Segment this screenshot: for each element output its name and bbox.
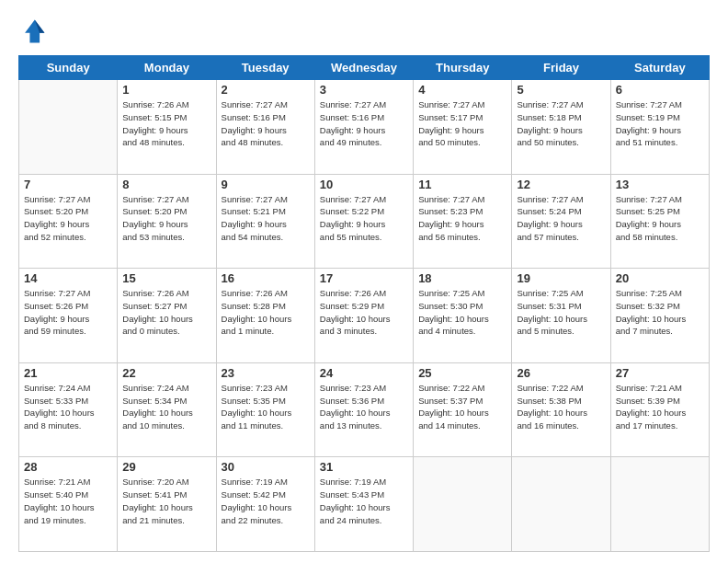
calendar-cell: 22Sunrise: 7:24 AM Sunset: 5:34 PM Dayli… (118, 362, 216, 457)
col-header-saturday: Saturday (610, 56, 709, 80)
day-info: Sunrise: 7:27 AM Sunset: 5:19 PM Dayligh… (616, 98, 704, 149)
calendar-cell: 31Sunrise: 7:19 AM Sunset: 5:43 PM Dayli… (314, 457, 413, 552)
day-info: Sunrise: 7:27 AM Sunset: 5:25 PM Dayligh… (616, 193, 704, 244)
day-info: Sunrise: 7:27 AM Sunset: 5:23 PM Dayligh… (418, 193, 506, 244)
col-header-monday: Monday (118, 56, 216, 80)
day-info: Sunrise: 7:27 AM Sunset: 5:21 PM Dayligh… (222, 193, 310, 244)
day-number: 8 (122, 178, 210, 191)
calendar-cell: 25Sunrise: 7:22 AM Sunset: 5:37 PM Dayli… (414, 362, 512, 457)
calendar-cell: 26Sunrise: 7:22 AM Sunset: 5:38 PM Dayli… (512, 362, 610, 457)
day-info: Sunrise: 7:27 AM Sunset: 5:17 PM Dayligh… (418, 98, 506, 149)
calendar-cell: 23Sunrise: 7:23 AM Sunset: 5:35 PM Dayli… (216, 362, 314, 457)
day-info: Sunrise: 7:27 AM Sunset: 5:16 PM Dayligh… (320, 98, 408, 149)
day-info: Sunrise: 7:27 AM Sunset: 5:20 PM Dayligh… (122, 193, 210, 244)
calendar-cell: 9Sunrise: 7:27 AM Sunset: 5:21 PM Daylig… (216, 174, 314, 269)
calendar-cell: 6Sunrise: 7:27 AM Sunset: 5:19 PM Daylig… (610, 80, 709, 175)
day-info: Sunrise: 7:22 AM Sunset: 5:38 PM Dayligh… (517, 382, 605, 432)
calendar-cell: 14Sunrise: 7:27 AM Sunset: 5:26 PM Dayli… (19, 269, 118, 363)
day-info: Sunrise: 7:27 AM Sunset: 5:22 PM Dayligh… (320, 193, 408, 244)
col-header-friday: Friday (512, 56, 610, 80)
day-number: 25 (418, 366, 506, 380)
day-number: 29 (122, 460, 210, 474)
day-number: 7 (24, 178, 112, 191)
day-info: Sunrise: 7:26 AM Sunset: 5:15 PM Dayligh… (122, 98, 210, 149)
calendar-cell: 16Sunrise: 7:26 AM Sunset: 5:28 PM Dayli… (216, 269, 314, 363)
day-number: 9 (222, 178, 310, 191)
logo-icon (18, 17, 48, 46)
day-info: Sunrise: 7:20 AM Sunset: 5:41 PM Dayligh… (122, 476, 210, 526)
day-number: 30 (222, 460, 310, 474)
day-info: Sunrise: 7:22 AM Sunset: 5:37 PM Dayligh… (418, 382, 506, 432)
day-number: 6 (616, 83, 704, 97)
calendar-cell: 11Sunrise: 7:27 AM Sunset: 5:23 PM Dayli… (414, 174, 512, 269)
calendar-cell: 13Sunrise: 7:27 AM Sunset: 5:25 PM Dayli… (610, 174, 709, 269)
header (18, 17, 710, 46)
calendar-cell: 10Sunrise: 7:27 AM Sunset: 5:22 PM Dayli… (314, 174, 413, 269)
day-info: Sunrise: 7:25 AM Sunset: 5:30 PM Dayligh… (418, 287, 506, 338)
day-number: 4 (418, 83, 506, 97)
day-number: 24 (320, 366, 408, 380)
calendar-cell: 1Sunrise: 7:26 AM Sunset: 5:15 PM Daylig… (118, 80, 216, 175)
day-info: Sunrise: 7:24 AM Sunset: 5:33 PM Dayligh… (24, 382, 112, 432)
calendar-cell: 4Sunrise: 7:27 AM Sunset: 5:17 PM Daylig… (414, 80, 512, 175)
day-info: Sunrise: 7:27 AM Sunset: 5:18 PM Dayligh… (517, 98, 605, 149)
day-info: Sunrise: 7:23 AM Sunset: 5:35 PM Dayligh… (222, 382, 310, 432)
calendar-cell: 3Sunrise: 7:27 AM Sunset: 5:16 PM Daylig… (314, 80, 413, 175)
day-number: 22 (122, 366, 210, 380)
day-info: Sunrise: 7:25 AM Sunset: 5:32 PM Dayligh… (616, 287, 704, 338)
calendar-cell: 24Sunrise: 7:23 AM Sunset: 5:36 PM Dayli… (314, 362, 413, 457)
col-header-thursday: Thursday (414, 56, 512, 80)
day-number: 31 (320, 460, 408, 474)
day-number: 19 (517, 271, 605, 285)
day-number: 28 (24, 460, 112, 474)
day-number: 11 (418, 178, 506, 191)
day-number: 10 (320, 178, 408, 191)
day-number: 23 (222, 366, 310, 380)
day-number: 20 (616, 271, 704, 285)
col-header-sunday: Sunday (19, 56, 118, 80)
calendar-cell: 18Sunrise: 7:25 AM Sunset: 5:30 PM Dayli… (414, 269, 512, 363)
day-info: Sunrise: 7:26 AM Sunset: 5:27 PM Dayligh… (122, 287, 210, 338)
day-info: Sunrise: 7:21 AM Sunset: 5:39 PM Dayligh… (616, 382, 704, 432)
day-number: 16 (222, 271, 310, 285)
day-number: 13 (616, 178, 704, 191)
day-number: 3 (320, 83, 408, 97)
day-number: 1 (122, 83, 210, 97)
calendar-cell: 5Sunrise: 7:27 AM Sunset: 5:18 PM Daylig… (512, 80, 610, 175)
day-info: Sunrise: 7:26 AM Sunset: 5:28 PM Dayligh… (222, 287, 310, 338)
day-number: 27 (616, 366, 704, 380)
day-info: Sunrise: 7:23 AM Sunset: 5:36 PM Dayligh… (320, 382, 408, 432)
day-number: 14 (24, 271, 112, 285)
day-info: Sunrise: 7:27 AM Sunset: 5:16 PM Dayligh… (222, 98, 310, 149)
calendar-cell: 19Sunrise: 7:25 AM Sunset: 5:31 PM Dayli… (512, 269, 610, 363)
calendar-table: SundayMondayTuesdayWednesdayThursdayFrid… (18, 55, 710, 552)
calendar-cell (414, 457, 512, 552)
calendar-cell (610, 457, 709, 552)
calendar-cell: 12Sunrise: 7:27 AM Sunset: 5:24 PM Dayli… (512, 174, 610, 269)
day-info: Sunrise: 7:21 AM Sunset: 5:40 PM Dayligh… (24, 476, 112, 526)
calendar-cell: 27Sunrise: 7:21 AM Sunset: 5:39 PM Dayli… (610, 362, 709, 457)
calendar-cell: 20Sunrise: 7:25 AM Sunset: 5:32 PM Dayli… (610, 269, 709, 363)
calendar-cell: 30Sunrise: 7:19 AM Sunset: 5:42 PM Dayli… (216, 457, 314, 552)
day-number: 12 (517, 178, 605, 191)
calendar-cell (512, 457, 610, 552)
day-number: 2 (222, 83, 310, 97)
day-info: Sunrise: 7:26 AM Sunset: 5:29 PM Dayligh… (320, 287, 408, 338)
day-number: 26 (517, 366, 605, 380)
calendar-cell: 29Sunrise: 7:20 AM Sunset: 5:41 PM Dayli… (118, 457, 216, 552)
day-info: Sunrise: 7:27 AM Sunset: 5:26 PM Dayligh… (24, 287, 112, 338)
page: SundayMondayTuesdayWednesdayThursdayFrid… (0, 0, 728, 563)
day-number: 18 (418, 271, 506, 285)
calendar-cell: 21Sunrise: 7:24 AM Sunset: 5:33 PM Dayli… (19, 362, 118, 457)
day-info: Sunrise: 7:19 AM Sunset: 5:42 PM Dayligh… (222, 476, 310, 526)
calendar-cell: 17Sunrise: 7:26 AM Sunset: 5:29 PM Dayli… (314, 269, 413, 363)
day-number: 21 (24, 366, 112, 380)
calendar-cell: 2Sunrise: 7:27 AM Sunset: 5:16 PM Daylig… (216, 80, 314, 175)
calendar-cell: 8Sunrise: 7:27 AM Sunset: 5:20 PM Daylig… (118, 174, 216, 269)
calendar-cell: 7Sunrise: 7:27 AM Sunset: 5:20 PM Daylig… (19, 174, 118, 269)
day-number: 15 (122, 271, 210, 285)
day-number: 17 (320, 271, 408, 285)
day-info: Sunrise: 7:24 AM Sunset: 5:34 PM Dayligh… (122, 382, 210, 432)
logo (18, 17, 51, 46)
day-number: 5 (517, 83, 605, 97)
